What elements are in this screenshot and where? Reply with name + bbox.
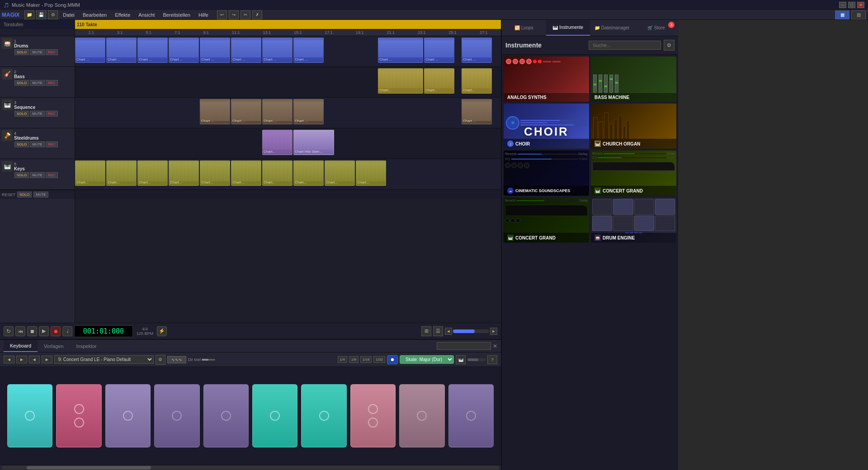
save-toolbar-icon[interactable]: 💾 xyxy=(36,10,46,19)
reset-mute-btn[interactable]: MUTE xyxy=(33,192,48,197)
inspektor-tab[interactable]: Inspektor xyxy=(70,340,103,352)
kb-help-btn[interactable]: ? xyxy=(487,355,497,364)
seq-clip-2[interactable]: Chart ... xyxy=(231,99,261,124)
drums-clip-6[interactable]: Chart ... xyxy=(231,38,261,63)
bass-clip-3[interactable]: Chart... xyxy=(462,68,492,94)
bass-mute-btn[interactable]: MUTE xyxy=(30,80,45,86)
drums-rec-btn[interactable]: REC xyxy=(46,49,58,55)
bottom-search-input[interactable] xyxy=(437,342,491,350)
pad-4[interactable] xyxy=(154,384,199,447)
seq-clip-3[interactable]: Chart ... xyxy=(262,99,292,124)
vorlagen-tab[interactable]: Vorlagen xyxy=(38,340,70,352)
pad-5[interactable] xyxy=(203,384,249,447)
pad-size-slider[interactable] xyxy=(467,358,486,361)
keys-clip-4[interactable]: Chart... xyxy=(169,160,199,186)
steeldrums-solo-btn[interactable]: SOLO xyxy=(14,141,29,147)
church-organ-card[interactable]: 🎹 CHURCH ORGAN xyxy=(591,103,676,149)
record-mode-btn[interactable]: ⏺ xyxy=(387,355,398,364)
cinematic-soundscapes-card[interactable]: Reverb Delay EQ Color xyxy=(504,150,589,196)
pad-8[interactable] xyxy=(350,384,396,447)
pad-1[interactable] xyxy=(7,384,52,447)
tool-icon-3[interactable]: ✂ xyxy=(241,10,250,19)
keys-clip-6[interactable]: Chart... xyxy=(231,160,261,186)
piano-view-btn[interactable]: 🎹 xyxy=(456,355,466,364)
tool-icon-2[interactable]: ↪ xyxy=(229,10,239,19)
instrument-select[interactable]: 9: Concert Grand LE - Piano Default xyxy=(54,355,154,364)
bass-clip-2[interactable]: Chart... xyxy=(424,68,454,94)
keys-mute-btn[interactable]: MUTE xyxy=(30,172,45,178)
pad-3[interactable] xyxy=(105,384,151,447)
dateimanager-tab[interactable]: 📁Dateimanager xyxy=(590,20,634,36)
vol-down-btn[interactable]: ◄ xyxy=(445,328,452,335)
concert-grand-card[interactable]: Reverb Delay EQ Color xyxy=(591,150,676,196)
instruments-gear-btn[interactable]: ⚙ xyxy=(664,40,675,51)
tool-icon-4[interactable]: ✗ xyxy=(252,10,262,19)
keys-clip-1[interactable]: Chart... xyxy=(75,160,105,186)
pad-10[interactable] xyxy=(448,384,494,447)
open-toolbar-icon[interactable]: 📁 xyxy=(24,10,34,19)
drum-engine-card[interactable]: 🥁 DRUM ENGINE xyxy=(591,197,676,243)
menu-effekte[interactable]: Effekte xyxy=(111,11,134,19)
reset-solo-btn[interactable]: SOLO xyxy=(17,192,32,197)
sequence-mute-btn[interactable]: MUTE xyxy=(30,111,45,117)
drums-clip-4[interactable]: Chart ... xyxy=(169,38,199,63)
drums-clip-9[interactable]: Chart ... xyxy=(378,38,423,63)
sync-button[interactable]: ↻ xyxy=(4,326,14,336)
keys-clip-2[interactable]: Chart... xyxy=(106,160,137,186)
menu-bearbeiten[interactable]: Bearbeiten xyxy=(79,11,110,19)
play-button[interactable]: ▶ xyxy=(39,326,49,336)
bass-machine-card[interactable]: BASS MACHINE xyxy=(591,56,676,102)
go-to-start-button[interactable]: ⏮ xyxy=(15,326,25,336)
drums-mute-btn[interactable]: MUTE xyxy=(30,49,45,55)
drums-clip-2[interactable]: Chart ... xyxy=(106,38,137,63)
steeldrums-clip-1[interactable]: Chart... xyxy=(262,130,292,155)
menu-ansicht[interactable]: Ansicht xyxy=(135,11,158,19)
keys-solo-btn[interactable]: SOLO xyxy=(14,172,29,178)
steeldrums-clip-2[interactable]: Chart Hits Stee... xyxy=(293,130,334,155)
settings-toolbar-icon[interactable]: ⚙ xyxy=(48,10,58,19)
seq-clip-5[interactable]: Chart ... xyxy=(462,99,492,124)
choir-card[interactable]: ⊙ CHOIR ♪ CHOIR xyxy=(504,103,589,149)
kb-prev-btn[interactable]: ◄ xyxy=(4,356,14,363)
sequence-solo-btn[interactable]: SOLO xyxy=(14,111,29,117)
kb-prev2-btn[interactable]: ◄ xyxy=(29,356,40,363)
layout-btn-2[interactable]: ▥ xyxy=(851,10,866,19)
volume-slider[interactable] xyxy=(453,329,489,333)
note-len-2[interactable]: 1/8 xyxy=(349,356,359,363)
bottom-scroll-thumb[interactable] xyxy=(27,466,151,470)
pad-6[interactable] xyxy=(252,384,297,447)
steeldrums-rec-btn[interactable]: REC xyxy=(46,141,58,147)
analog-synths-card[interactable]: ANALOG SYNTHS xyxy=(504,56,589,102)
pad-7[interactable] xyxy=(301,384,346,447)
drums-clip-1[interactable]: Chart ... xyxy=(75,38,105,63)
drums-clip-7[interactable]: Chart ... xyxy=(262,38,292,63)
store-tab[interactable]: 🛒Store 3 xyxy=(634,20,679,36)
minimize-button[interactable]: – xyxy=(839,2,846,8)
instrument-settings-btn[interactable]: ⚙ xyxy=(156,355,165,365)
drums-clip-5[interactable]: Chart ... xyxy=(200,38,230,63)
keyboard-tab[interactable]: Keyboard xyxy=(4,340,38,352)
pad-9[interactable] xyxy=(399,384,444,447)
drums-solo-btn[interactable]: SOLO xyxy=(14,49,29,55)
vol-up-btn[interactable]: ► xyxy=(490,328,497,335)
bass-solo-btn[interactable]: SOLO xyxy=(14,80,29,86)
concert-grand-2-card[interactable]: Reverb Delay xyxy=(504,197,589,243)
metronome-button[interactable]: ♩ xyxy=(62,326,72,336)
drums-clip-11[interactable]: Chart ... xyxy=(462,38,492,63)
keys-clip-9[interactable]: Chart... xyxy=(325,160,355,186)
loops-tab[interactable]: 🔁Loops xyxy=(502,20,546,36)
kb-next2-btn[interactable]: ► xyxy=(42,356,52,363)
keys-rec-btn[interactable]: REC xyxy=(46,172,58,178)
keys-clip-7[interactable]: Chart... xyxy=(262,160,292,186)
bass-rec-btn[interactable]: REC xyxy=(46,80,58,86)
grid-view-btn[interactable]: ⊞ xyxy=(421,326,431,336)
list-view-btn[interactable]: ☰ xyxy=(433,326,443,336)
drums-clip-10[interactable]: Chart ... xyxy=(424,38,454,63)
maximize-button[interactable]: □ xyxy=(848,2,855,8)
bottom-close-btn[interactable]: ✕ xyxy=(493,343,497,349)
pad-2[interactable] xyxy=(56,384,101,447)
note-len-3[interactable]: 1/16 xyxy=(360,356,372,363)
note-len-1[interactable]: 1/4 xyxy=(338,356,347,363)
seq-clip-4[interactable]: Chart ... xyxy=(293,99,324,124)
menu-datei[interactable]: Datei xyxy=(59,11,78,19)
